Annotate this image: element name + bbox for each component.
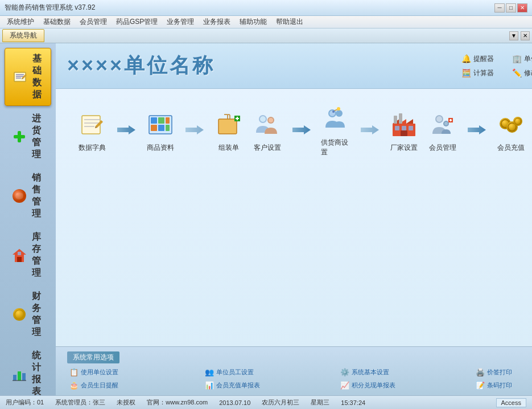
member-recharge-icon (496, 110, 526, 140)
reminder-button[interactable]: 🔔 提醒器 (459, 53, 503, 65)
date: 2013.07.10 (219, 399, 250, 406)
svg-rect-10 (17, 257, 22, 262)
svg-point-42 (260, 116, 266, 122)
factory-icon (389, 110, 419, 140)
arrow-4-icon (361, 124, 379, 138)
svg-rect-62 (399, 113, 402, 124)
shortcut-settings-icon: ⚙️ (340, 368, 349, 377)
svg-point-66 (444, 122, 448, 125)
calculator-icon: 🧮 (461, 68, 471, 77)
svg-rect-61 (394, 116, 397, 124)
factory-label: 厂家设置 (390, 143, 418, 153)
window-controls: ─ □ ✕ (494, 3, 527, 13)
svg-rect-15 (18, 371, 21, 381)
arrow-5-icon (468, 124, 486, 138)
sales-icon (11, 187, 27, 205)
sidebar-item-inventory[interactable]: 库存管理 (5, 227, 51, 284)
sidebar-item-stats[interactable]: 统计报表 (5, 345, 51, 402)
svg-rect-29 (151, 117, 157, 124)
nav-tab-home[interactable]: 系统导航 (2, 29, 44, 42)
plus-green-icon (11, 128, 27, 146)
sidebar-label-finance: 财务管理 (32, 291, 44, 338)
nav-close-button[interactable]: ✕ (521, 31, 530, 40)
unit-name-button[interactable]: 🏢 单位名称 (510, 53, 532, 65)
icon-data-dictionary[interactable]: 数据字典 (73, 105, 112, 157)
sidebar-item-purchase[interactable]: 进货管理 (5, 108, 51, 165)
sidebar-item-basic-data[interactable]: 基础数据 (5, 48, 51, 106)
shortcut-employee-settings[interactable]: 👥 单位员工设置 (203, 367, 333, 378)
member-recharge-label: 会员充值 (497, 143, 525, 153)
icon-product-info[interactable]: 商品资料 (141, 105, 180, 157)
unit-icon: 🏢 (512, 54, 522, 63)
icon-client-settings[interactable]: 客户设置 (248, 105, 287, 157)
shortcut-points-report[interactable]: 📈 积分兑现单报表 (338, 380, 469, 391)
svg-rect-32 (151, 125, 157, 131)
shortcut-unit-settings[interactable]: 📋 使用单位设置 (67, 367, 198, 378)
unit-title: ××××单位名称 (67, 52, 215, 80)
content-panel: ××××单位名称 🔔 提醒器 🏢 单位名称 🔒 锁屏 🧮 计算器 (56, 43, 532, 395)
menu-member[interactable]: 会员管理 (75, 16, 112, 28)
product-info-label: 商品资料 (147, 143, 174, 153)
menu-system[interactable]: 系统维护 (2, 16, 39, 28)
icon-factory-settings[interactable]: 厂家设置 (385, 105, 423, 157)
svg-rect-7 (14, 135, 25, 138)
sidebar-item-sales[interactable]: 销售管理 (5, 167, 51, 224)
maximize-button[interactable]: □ (506, 3, 516, 13)
shortcut-basic-settings[interactable]: ⚙️ 系统基本设置 (338, 367, 469, 378)
menu-basic-data[interactable]: 基础数据 (39, 16, 75, 28)
icon-assembly[interactable]: 组装单 (209, 105, 248, 157)
icon-member-mgmt[interactable]: 会员管理 (423, 105, 462, 157)
minimize-button[interactable]: ─ (494, 3, 505, 13)
rights-status: 未授权 (117, 398, 135, 407)
menu-help-exit[interactable]: 帮助退出 (271, 16, 308, 28)
menu-bar: 系统维护 基础数据 会员管理 药品GSP管理 业务管理 业务报表 辅助功能 帮助… (0, 16, 532, 28)
chart-icon (11, 365, 27, 383)
header-buttons: 🔔 提醒器 🏢 单位名称 🔒 锁屏 🧮 计算器 ✏️ 修改密码 (459, 53, 532, 79)
menu-report[interactable]: 业务报表 (199, 16, 235, 28)
supplier-label: 供货商设置 (321, 138, 350, 157)
svg-rect-31 (166, 117, 170, 124)
sidebar-label-sales: 销售管理 (32, 172, 44, 220)
icon-group-row1: 数据字典 (73, 100, 248, 162)
svg-rect-36 (218, 119, 237, 134)
svg-rect-58 (402, 126, 406, 130)
shortcut-birthday-icon: 🎂 (69, 381, 79, 390)
nav-tab-controls: ▼ ✕ (509, 31, 530, 40)
svg-point-64 (436, 116, 442, 122)
header-area: ××××单位名称 🔔 提醒器 🏢 单位名称 🔒 锁屏 🧮 计算器 (56, 43, 532, 89)
shortcut-birthday-reminder[interactable]: 🎂 会员生日提醒 (67, 380, 198, 391)
svg-marker-52 (361, 125, 379, 134)
arrow-2-icon (185, 124, 204, 138)
svg-rect-60 (401, 130, 407, 136)
data-dictionary-icon (77, 110, 107, 140)
status-bar: 用户编码：01 系统管理员：张三 未授权 官网：www.zn98.com 201… (0, 395, 532, 409)
icon-supplier-settings[interactable]: 供货商设置 (316, 100, 355, 162)
menu-gsp[interactable]: 药品GSP管理 (112, 16, 162, 28)
user-name: 系统管理员：张三 (55, 398, 105, 407)
nav-dropdown-button[interactable]: ▼ (509, 31, 518, 40)
nav-tab-bar: 系统导航 ▼ ✕ (0, 28, 532, 43)
sidebar-item-finance[interactable]: 财务管理 (5, 286, 51, 343)
menu-tools[interactable]: 辅助功能 (235, 16, 271, 28)
sidebar-label-stats: 统计报表 (32, 350, 44, 398)
svg-rect-11 (18, 252, 21, 255)
shortcut-employee-icon: 👥 (205, 368, 214, 377)
sidebar-label-basic-data: 基础数据 (32, 53, 44, 101)
change-password-button[interactable]: ✏️ 修改密码 (510, 67, 532, 79)
shortcut-barcode-print[interactable]: 📝 条码打印 (473, 380, 532, 391)
calculator-button[interactable]: 🧮 计算器 (459, 67, 503, 79)
icon-member-recharge[interactable]: 会员充值 (492, 105, 530, 157)
shortcut-points-icon: 📈 (340, 381, 349, 390)
shortcut-price-print[interactable]: 🖨️ 价签打印 (473, 367, 532, 378)
arrow-1-icon (117, 124, 135, 138)
shortcut-recharge-report[interactable]: 📊 会员充值单报表 (203, 380, 333, 391)
coin-icon (11, 305, 27, 324)
member-mgmt-label: 会员管理 (429, 143, 456, 153)
user-code: 用户编码：01 (6, 398, 44, 407)
data-dictionary-label: 数据字典 (79, 143, 106, 153)
close-button[interactable]: ✕ (517, 3, 527, 13)
sidebar-label-inventory: 库存管理 (32, 231, 44, 279)
menu-business[interactable]: 业务管理 (162, 16, 199, 28)
svg-marker-56 (406, 119, 413, 124)
icon-group-row3: 会员管理 (423, 100, 532, 162)
